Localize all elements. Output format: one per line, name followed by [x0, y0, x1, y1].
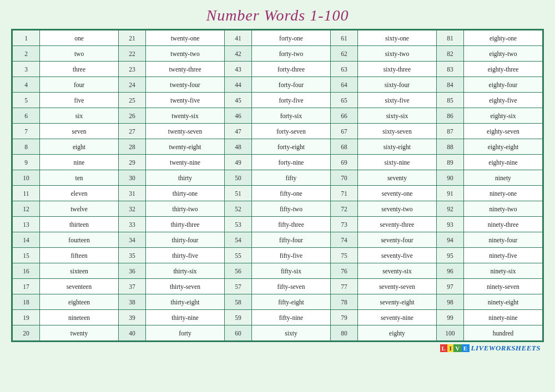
number-cell: 76 [330, 263, 357, 279]
word-cell: sixty-five [357, 93, 436, 108]
number-cell: 9 [13, 155, 40, 170]
word-cell: twelve [40, 201, 119, 217]
number-cell: 79 [330, 310, 357, 325]
word-cell: seventy-three [357, 217, 436, 232]
number-cell: 18 [13, 294, 40, 310]
word-cell: seventy-seven [357, 279, 436, 294]
word-cell: thirty-nine [146, 310, 225, 325]
word-cell: one [40, 30, 119, 46]
number-cell: 99 [436, 310, 463, 325]
word-cell: twenty-five [146, 93, 225, 108]
number-cell: 14 [13, 232, 40, 248]
footer: L I V E LIVEWORKSHEETS [11, 342, 544, 354]
number-cell: 54 [224, 232, 251, 248]
number-cell: 29 [118, 155, 145, 170]
number-cell: 60 [224, 325, 251, 341]
number-cell: 27 [118, 124, 145, 139]
word-cell: forty-seven [252, 124, 331, 139]
number-cell: 40 [118, 325, 145, 341]
number-cell: 73 [330, 217, 357, 232]
number-cell: 65 [330, 93, 357, 108]
number-cell: 16 [13, 263, 40, 279]
word-cell: eighteen [40, 294, 119, 310]
word-cell: seventy-two [357, 201, 436, 217]
word-cell: sixty-one [357, 30, 436, 46]
number-cell: 61 [330, 30, 357, 46]
number-cell: 8 [13, 139, 40, 155]
word-cell: fifteen [40, 248, 119, 263]
number-cell: 6 [13, 108, 40, 124]
number-cell: 39 [118, 310, 145, 325]
number-cell: 82 [436, 46, 463, 62]
number-cell: 51 [224, 186, 251, 201]
word-cell: eighty-eight [463, 139, 542, 155]
word-cell: seventy [357, 170, 436, 186]
number-cell: 43 [224, 62, 251, 77]
word-cell: thirty-one [146, 186, 225, 201]
number-cell: 55 [224, 248, 251, 263]
word-cell: forty [146, 325, 225, 341]
number-cell: 28 [118, 139, 145, 155]
word-cell: ninety-eight [463, 294, 542, 310]
word-cell: nineteen [40, 310, 119, 325]
number-cell: 52 [224, 201, 251, 217]
number-cell: 20 [13, 325, 40, 341]
word-cell: forty-six [252, 108, 331, 124]
word-cell: seventy-four [357, 232, 436, 248]
table-row: 17seventeen37thirty-seven57fifty-seven77… [13, 279, 543, 294]
number-cell: 97 [436, 279, 463, 294]
word-cell: twenty-eight [146, 139, 225, 155]
number-cell: 30 [118, 170, 145, 186]
word-cell: twenty-two [146, 46, 225, 62]
table-row: 9nine29twenty-nine49forty-nine69sixty-ni… [13, 155, 543, 170]
live-logo: L I V E [440, 344, 470, 352]
number-cell: 2 [13, 46, 40, 62]
table-row: 15fifteen35thirty-five55fifty-five75seve… [13, 248, 543, 263]
word-cell: forty-nine [252, 155, 331, 170]
word-cell: eighty-six [463, 108, 542, 124]
word-cell: thirty-three [146, 217, 225, 232]
word-cell: eighty-nine [463, 155, 542, 170]
table-row: 2two22twenty-two42forty-two62sixty-two82… [13, 46, 543, 62]
word-cell: twenty [40, 325, 119, 341]
number-cell: 69 [330, 155, 357, 170]
number-cell: 46 [224, 108, 251, 124]
word-cell: fifty-five [252, 248, 331, 263]
word-cell: seventy-six [357, 263, 436, 279]
number-cell: 25 [118, 93, 145, 108]
word-cell: forty-four [252, 77, 331, 93]
number-cell: 3 [13, 62, 40, 77]
logo-i: I [447, 344, 453, 352]
number-cell: 1 [13, 30, 40, 46]
number-cell: 47 [224, 124, 251, 139]
number-cell: 78 [330, 294, 357, 310]
number-cell: 83 [436, 62, 463, 77]
number-cell: 50 [224, 170, 251, 186]
number-cell: 59 [224, 310, 251, 325]
word-cell: fifty-eight [252, 294, 331, 310]
number-cell: 35 [118, 248, 145, 263]
word-cell: twenty-one [146, 30, 225, 46]
number-cell: 32 [118, 201, 145, 217]
word-cell: thirty-six [146, 263, 225, 279]
word-cell: ninety-one [463, 186, 542, 201]
number-cell: 33 [118, 217, 145, 232]
word-cell: hundred [463, 325, 542, 341]
number-cell: 85 [436, 93, 463, 108]
number-cell: 49 [224, 155, 251, 170]
word-cell: sixty-four [357, 77, 436, 93]
logo-l: L [440, 344, 448, 352]
table-row: 7seven27twenty-seven47forty-seven67sixty… [13, 124, 543, 139]
word-cell: eight [40, 139, 119, 155]
number-cell: 4 [13, 77, 40, 93]
word-cell: twenty-seven [146, 124, 225, 139]
number-cell: 22 [118, 46, 145, 62]
number-cell: 13 [13, 217, 40, 232]
number-cell: 15 [13, 248, 40, 263]
word-cell: ninety-two [463, 201, 542, 217]
number-cell: 74 [330, 232, 357, 248]
word-cell: eighty-one [463, 30, 542, 46]
word-cell: seventy-nine [357, 310, 436, 325]
number-cell: 84 [436, 77, 463, 93]
number-cell: 10 [13, 170, 40, 186]
